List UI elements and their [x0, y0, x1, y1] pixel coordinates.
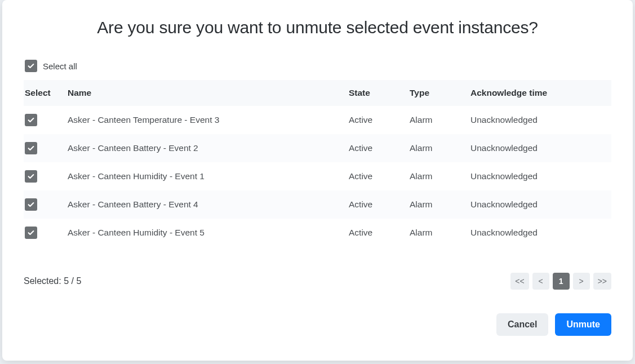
cell-name: Asker - Canteen Battery - Event 4 — [62, 190, 343, 219]
cell-name: Asker - Canteen Humidity - Event 5 — [62, 219, 343, 247]
cell-name: Asker - Canteen Humidity - Event 1 — [62, 162, 343, 190]
cell-type: Alarm — [404, 190, 465, 219]
cell-state: Active — [343, 162, 404, 190]
row-checkbox[interactable] — [25, 198, 37, 211]
cell-ack: Unacknowledged — [465, 190, 611, 219]
col-name: Name — [62, 80, 343, 106]
cell-type: Alarm — [404, 162, 465, 190]
table-row: Asker - Canteen Battery - Event 2 Active… — [24, 134, 611, 162]
cell-name: Asker - Canteen Temperature - Event 3 — [62, 106, 343, 134]
cancel-button[interactable]: Cancel — [496, 313, 548, 336]
table-row: Asker - Canteen Humidity - Event 1 Activ… — [24, 162, 611, 190]
table-footer: Selected: 5 / 5 << < 1 > >> — [24, 273, 611, 290]
events-table: Select Name State Type Acknowledge time … — [24, 80, 611, 247]
pager-next[interactable]: > — [573, 273, 590, 290]
cell-ack: Unacknowledged — [465, 162, 611, 190]
pager-last[interactable]: >> — [593, 273, 611, 290]
check-icon — [27, 144, 35, 152]
table-row: Asker - Canteen Battery - Event 4 Active… — [24, 190, 611, 219]
unmute-confirm-dialog: Are you sure you want to unmute selected… — [2, 0, 633, 361]
col-state: State — [343, 80, 404, 106]
row-checkbox[interactable] — [25, 114, 37, 126]
row-checkbox[interactable] — [25, 142, 37, 154]
col-select: Select — [24, 80, 62, 106]
selected-count: Selected: 5 / 5 — [24, 276, 81, 286]
dialog-title: Are you sure you want to unmute selected… — [24, 18, 611, 37]
col-ack: Acknowledge time — [465, 80, 611, 106]
cell-ack: Unacknowledged — [465, 219, 611, 247]
table-header-row: Select Name State Type Acknowledge time — [24, 80, 611, 106]
check-icon — [27, 229, 35, 237]
cell-state: Active — [343, 106, 404, 134]
select-all-row: Select all — [24, 60, 611, 72]
row-checkbox[interactable] — [25, 170, 37, 183]
dialog-actions: Cancel Unmute — [24, 313, 611, 336]
pager-page-1[interactable]: 1 — [553, 273, 570, 290]
table-row: Asker - Canteen Temperature - Event 3 Ac… — [24, 106, 611, 134]
pager-first[interactable]: << — [510, 273, 529, 290]
cell-state: Active — [343, 219, 404, 247]
unmute-button[interactable]: Unmute — [555, 313, 611, 336]
table-row: Asker - Canteen Humidity - Event 5 Activ… — [24, 219, 611, 247]
select-all-label: Select all — [43, 61, 77, 71]
cell-type: Alarm — [404, 106, 465, 134]
check-icon — [27, 116, 35, 124]
cell-ack: Unacknowledged — [465, 134, 611, 162]
col-type: Type — [404, 80, 465, 106]
row-checkbox[interactable] — [25, 227, 37, 239]
pager-prev[interactable]: < — [532, 273, 549, 290]
cell-name: Asker - Canteen Battery - Event 2 — [62, 134, 343, 162]
cell-type: Alarm — [404, 219, 465, 247]
check-icon — [27, 172, 35, 180]
check-icon — [27, 201, 35, 208]
pager: << < 1 > >> — [510, 273, 611, 290]
cell-type: Alarm — [404, 134, 465, 162]
cell-state: Active — [343, 190, 404, 219]
cell-ack: Unacknowledged — [465, 106, 611, 134]
select-all-checkbox[interactable] — [25, 60, 37, 72]
check-icon — [27, 62, 35, 70]
cell-state: Active — [343, 134, 404, 162]
